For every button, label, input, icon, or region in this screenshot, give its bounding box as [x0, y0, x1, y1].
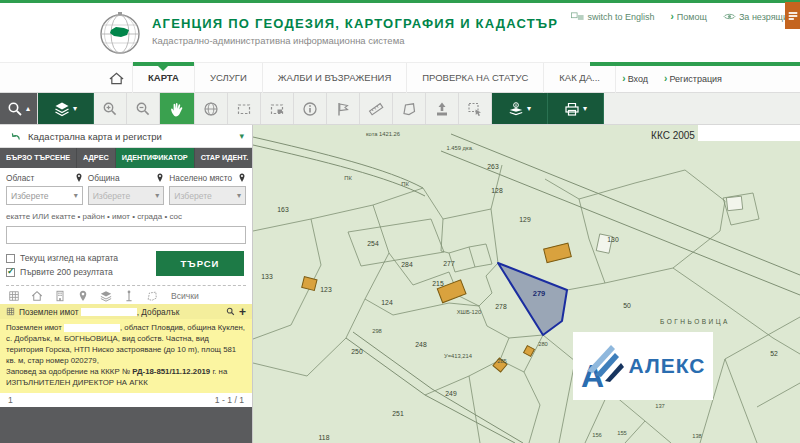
field-select-1[interactable]: Изберете▾: [88, 186, 165, 205]
zoom-in-icon: [102, 101, 118, 117]
pin-icon[interactable]: [77, 290, 89, 302]
field-0: ОбластИзберете▾: [6, 173, 83, 205]
home-icon[interactable]: [31, 290, 43, 302]
layers-small-icon[interactable]: [100, 290, 112, 302]
field-label: Община: [88, 173, 120, 183]
map-toolbar: ▴▾▾▾: [0, 93, 800, 125]
feedback-button[interactable]: [785, 2, 800, 29]
search-tab-0[interactable]: БЪРЗО ТЪРСЕНЕ: [0, 148, 77, 168]
alex-watermark: А АЛЕКС: [573, 332, 713, 400]
search-button[interactable]: ТЪРСИ: [156, 251, 244, 276]
select-arrow-icon: [467, 101, 483, 117]
agency-subtitle: Кадастрално-административна информационн…: [152, 35, 558, 46]
building: [437, 280, 466, 303]
select-rect-button[interactable]: [228, 93, 261, 124]
measure-button[interactable]: [360, 93, 393, 124]
grid-icon: [6, 307, 15, 316]
chevron-down-icon: ▾: [239, 131, 244, 141]
selected-parcel[interactable]: [498, 263, 567, 335]
nav-tab-4[interactable]: КАК ДА...: [544, 63, 616, 93]
zoom-in-button[interactable]: [94, 93, 127, 124]
building-outline: [726, 196, 742, 210]
layer-selector-label: Кадастрална карта и регистри: [28, 131, 233, 142]
building-outline: [596, 234, 612, 253]
object-type-filters: Всички: [0, 289, 252, 304]
field-select-value: Изберете: [174, 191, 212, 201]
field-2: Населено мястоИзберете▾: [169, 173, 246, 205]
print-button[interactable]: ▾: [548, 93, 604, 124]
accessibility-link[interactable]: За незрящи: [723, 12, 788, 22]
register-label: Регистрация: [669, 74, 722, 84]
search-button[interactable]: ▴: [0, 93, 38, 124]
globe-icon: [203, 101, 219, 117]
switch-language-link[interactable]: switch to English: [571, 12, 654, 22]
select-rect-filled-button[interactable]: [261, 93, 294, 124]
polygon-button[interactable]: [393, 93, 426, 124]
agency-globe-logo: [98, 11, 142, 55]
search-tab-2[interactable]: ИДЕНТИФИКАТОР: [116, 148, 195, 168]
page-number[interactable]: 1: [8, 395, 13, 405]
help-link[interactable]: › Помощ: [671, 11, 707, 22]
nav-tab-0[interactable]: КАРТА: [132, 63, 195, 93]
dashed-divider: [6, 285, 246, 286]
polygon-small-icon[interactable]: [146, 290, 158, 302]
layers-info-button[interactable]: ▾: [492, 93, 548, 124]
pole-icon[interactable]: [123, 290, 135, 302]
search-tab-3[interactable]: СТАР ИДЕНТ.: [195, 148, 256, 168]
home-icon: [108, 71, 125, 86]
filter-all-label[interactable]: Всички: [171, 291, 199, 301]
info-button[interactable]: [294, 93, 327, 124]
globe-button[interactable]: [195, 93, 228, 124]
building: [493, 358, 507, 372]
field-select-2[interactable]: Изберете▾: [169, 186, 246, 205]
flag-button[interactable]: [327, 93, 360, 124]
building: [544, 243, 572, 263]
checkbox-1[interactable]: [6, 268, 15, 277]
nav-tab-3[interactable]: ПРОВЕРКА НА СТАТУС: [407, 63, 544, 93]
print-icon: [564, 101, 580, 117]
zoom-out-button[interactable]: [127, 93, 160, 124]
checkbox-0[interactable]: [6, 254, 15, 263]
login-link[interactable]: ›Вход: [622, 73, 648, 84]
field-select-0[interactable]: Изберете▾: [6, 186, 83, 205]
location-pin-icon[interactable]: [156, 173, 164, 183]
main-navigation: КАРТАУСЛУГИЖАЛБИ И ВЪЗРАЖЕНИЯПРОВЕРКА НА…: [0, 62, 800, 93]
checkbox-label: Първите 200 резултата: [20, 267, 113, 277]
upload-button[interactable]: [426, 93, 459, 124]
result-row[interactable]: Поземлен имот , Добралък +: [0, 304, 252, 319]
chevron-down-icon: ▾: [74, 191, 78, 200]
upload-icon: [434, 101, 450, 117]
title-block: АГЕНЦИЯ ПО ГЕОДЕЗИЯ, КАРТОГРАФИЯ И КАДАС…: [152, 16, 558, 46]
redacted-identifier: [64, 324, 120, 332]
search-tab-1[interactable]: АДРЕС: [77, 148, 116, 168]
nav-tab-1[interactable]: УСЛУГИ: [195, 63, 263, 93]
layer-selector[interactable]: Кадастрална карта и регистри ▾: [0, 125, 252, 148]
chevron-down-icon: ▾: [73, 105, 77, 113]
help-label: Помощ: [677, 12, 707, 22]
field-label: Област: [6, 173, 34, 183]
info-icon: [302, 101, 318, 117]
undo-icon: [8, 130, 22, 142]
field-select-value: Изберете: [93, 191, 131, 201]
pan-hand-button[interactable]: [160, 93, 195, 124]
cadastral-map[interactable]: ККС 2005кота 1421.261.459 дка.263128ПКПК…: [253, 125, 800, 443]
search-icon[interactable]: [226, 307, 235, 316]
field-1: ОбщинаИзберете▾: [88, 173, 165, 205]
grid-icon[interactable]: [8, 290, 20, 302]
layers-button[interactable]: ▾: [38, 93, 94, 124]
location-pin-icon[interactable]: [238, 173, 246, 183]
register-link[interactable]: ›Регистрация: [664, 73, 722, 84]
flag-icon: [335, 101, 351, 117]
field-label-row: Населено място: [169, 173, 246, 183]
nav-tab-2[interactable]: ЖАЛБИ И ВЪЗРАЖЕНИЯ: [263, 63, 407, 93]
identifier-input[interactable]: [6, 226, 246, 244]
select-arrow-button[interactable]: [459, 93, 492, 124]
location-pin-icon[interactable]: [75, 173, 83, 183]
building-icon[interactable]: [54, 290, 66, 302]
eye-icon: [723, 12, 736, 21]
alex-logo-icon: А: [581, 341, 625, 391]
feedback-icon: [787, 10, 799, 22]
field-label-row: Област: [6, 173, 83, 183]
add-to-selection-icon[interactable]: +: [239, 307, 246, 317]
home-button[interactable]: [100, 63, 132, 93]
